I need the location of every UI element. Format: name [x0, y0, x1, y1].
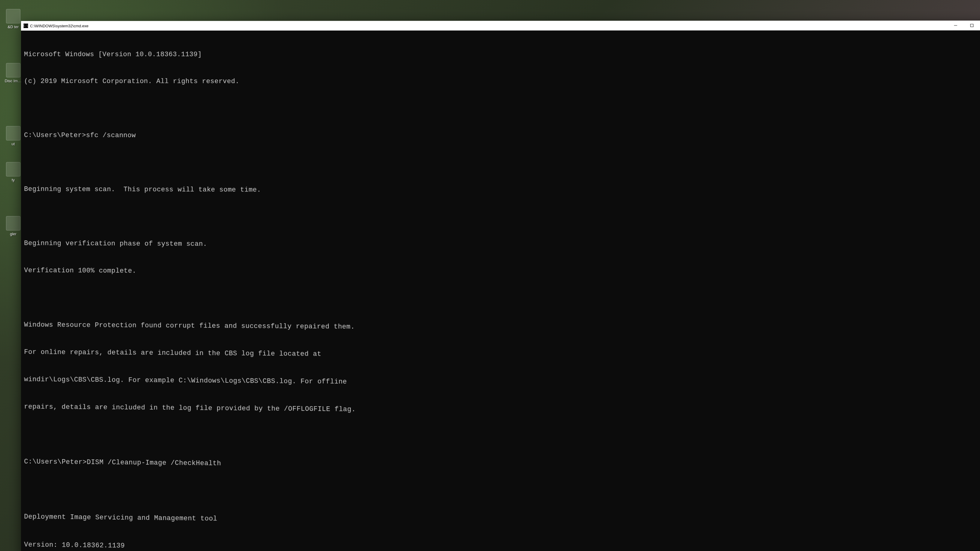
desktop-icon-label: &D ter	[8, 25, 19, 29]
command-prompt-window: C:\ C:\WINDOWS\system32\cmd.exe Microsof…	[21, 21, 980, 551]
generic-icon	[6, 126, 21, 140]
terminal-output[interactable]: Microsoft Windows [Version 10.0.18363.11…	[21, 30, 980, 551]
titlebar[interactable]: C:\ C:\WINDOWS\system32\cmd.exe	[21, 21, 980, 30]
maximize-button[interactable]	[964, 21, 979, 30]
terminal-line: (c) 2019 Microsoft Corporation. All righ…	[24, 77, 980, 87]
terminal-line	[24, 212, 980, 225]
terminal-line: windir\Logs\CBS\CBS.log. For example C:\…	[24, 375, 980, 392]
terminal-line: Beginning system scan. This process will…	[24, 185, 980, 197]
terminal-line: Deployment Image Servicing and Managemen…	[24, 513, 980, 532]
generic-icon	[6, 216, 21, 230]
generic-icon	[6, 9, 21, 24]
svg-rect-1	[970, 24, 974, 27]
minimize-button[interactable]	[948, 21, 963, 30]
terminal-line: Verification 100% complete.	[24, 266, 980, 280]
terminal-line: Windows Resource Protection found corrup…	[24, 321, 980, 336]
desktop-icon-label: Disc Im…	[5, 79, 22, 83]
terminal-line: For online repairs, details are included…	[24, 348, 980, 364]
cmd-icon: C:\	[24, 24, 28, 28]
desktop-icon-label: ty	[12, 178, 15, 182]
terminal-line	[24, 158, 980, 170]
terminal-line: C:\Users\Peter>DISM /Cleanup-Image /Chec…	[24, 457, 980, 476]
desktop-icon-label: ut	[12, 142, 15, 146]
terminal-line	[24, 104, 980, 114]
minimize-icon	[954, 24, 957, 27]
terminal-line: C:\Users\Peter>sfc /scannow	[24, 131, 980, 142]
titlebar-spacer	[91, 25, 947, 26]
terminal-line: Beginning verification phase of system s…	[24, 239, 980, 252]
window-title: C:\WINDOWS\system32\cmd.exe	[30, 24, 89, 28]
generic-icon	[6, 162, 21, 176]
terminal-line	[24, 293, 980, 308]
terminal-line	[24, 430, 980, 448]
terminal-line	[24, 485, 980, 504]
generic-icon	[6, 63, 21, 78]
terminal-line: Microsoft Windows [Version 10.0.18363.11…	[24, 50, 980, 59]
terminal-line: repairs, details are included in the log…	[24, 402, 980, 420]
desktop-icon-label: gler	[10, 232, 16, 236]
terminal-line: Version: 10.0.18362.1139	[24, 540, 980, 551]
maximize-icon	[970, 24, 974, 27]
